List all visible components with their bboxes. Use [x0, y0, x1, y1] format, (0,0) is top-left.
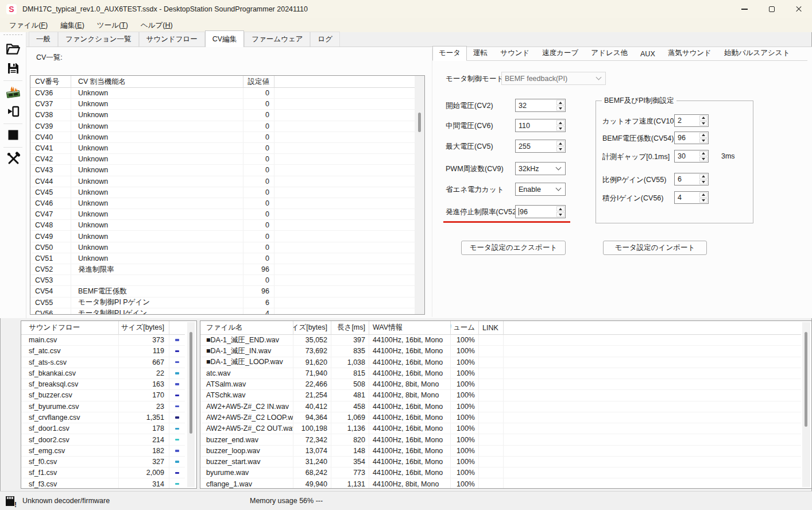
menu-item-help[interactable]: ヘルプ(H)	[134, 19, 179, 32]
scrollbar-thumb[interactable]	[805, 332, 807, 427]
table-row[interactable]: byurume.wav68,24277344100Hz, 16bit, Mono…	[200, 468, 801, 478]
table-row[interactable]: CV41Unknown0	[30, 143, 415, 154]
table-row[interactable]: sf_f3.csv314	[21, 478, 185, 489]
spin-up-button[interactable]	[556, 141, 564, 146]
open-file-button[interactable]	[3, 40, 24, 59]
maximize-button[interactable]	[758, 0, 785, 18]
spin-up-button[interactable]	[556, 206, 564, 211]
tab-firmware[interactable]: ファームウェア	[244, 32, 310, 47]
spin-up-button[interactable]	[699, 192, 707, 198]
menu-item-file[interactable]: ファイル(F)	[3, 19, 54, 32]
spinner-value[interactable]: 4	[675, 192, 699, 203]
table-row[interactable]: CV37Unknown0	[30, 99, 415, 110]
transfer-decoder-button[interactable]	[3, 103, 24, 121]
spin-up-button[interactable]	[699, 133, 707, 138]
table-row[interactable]: CV50Unknown0	[30, 242, 415, 253]
scrollbar-thumb[interactable]	[190, 332, 192, 434]
soundflow-scrollbar[interactable]	[187, 322, 195, 487]
spinner-value[interactable]: 32	[516, 99, 556, 111]
cv-value-header[interactable]: 設定値	[243, 76, 274, 88]
tab-general[interactable]: 一般	[29, 32, 58, 47]
spinner-value[interactable]: 2	[675, 115, 699, 126]
table-row[interactable]: ■DA-1_減圧_LOOP.wav91,6201,03844100Hz, 16b…	[200, 357, 801, 368]
table-row[interactable]: CV47Unknown0	[30, 209, 415, 220]
motor-tab-steam-sound[interactable]: 蒸気サウンド	[662, 46, 718, 60]
table-row[interactable]: CV46Unknown0	[30, 198, 415, 209]
motor-tab-drive[interactable]: 運転	[467, 46, 494, 60]
table-row[interactable]: sf_f0.csv327	[21, 457, 185, 468]
spin-down-button[interactable]	[699, 138, 707, 144]
cv-table-scrollbar[interactable]	[415, 76, 424, 314]
motor-field-select[interactable]: 32kHz	[515, 162, 566, 175]
table-row[interactable]: ATSchk.wav21,25448144100Hz, 8bit, Mono10…	[200, 390, 801, 401]
spin-up-button[interactable]	[556, 120, 564, 125]
table-row[interactable]: sf_door1.csv178	[21, 423, 185, 434]
spinner-value[interactable]: 6	[675, 173, 699, 185]
table-row[interactable]: ATSalm.wav22,46650844100Hz, 8bit, Mono10…	[200, 379, 801, 390]
bemf-field-spinner[interactable]: 30	[674, 150, 709, 163]
spin-down-button[interactable]	[556, 126, 564, 131]
motor-tab-sound[interactable]: サウンド	[494, 46, 536, 60]
spin-up-button[interactable]	[699, 151, 707, 156]
table-row[interactable]: CV49Unknown0	[30, 231, 415, 242]
spin-down-button[interactable]	[699, 157, 707, 162]
save-file-button[interactable]	[3, 60, 24, 78]
tab-log[interactable]: ログ	[310, 32, 340, 47]
spinner-value[interactable]: 110	[516, 119, 556, 132]
table-row[interactable]: sf_breaksql.csv163	[21, 379, 185, 390]
table-row[interactable]: CV51Unknown0	[30, 253, 415, 264]
table-row[interactable]: main.csv373	[21, 335, 185, 346]
motor-field-spinner[interactable]: 110	[515, 119, 566, 132]
table-row[interactable]: CV36Unknown0	[30, 88, 415, 99]
table-row[interactable]: CV39Unknown0	[30, 121, 415, 132]
soundflow-name-header[interactable]: サウンドフロー	[21, 321, 119, 335]
table-row[interactable]: sf_crvflange.csv1,351	[21, 412, 185, 423]
stop-button[interactable]	[3, 126, 24, 145]
menu-item-tools[interactable]: ツール(T)	[91, 19, 134, 32]
files-length-header[interactable]: 長さ[ms]	[331, 321, 369, 335]
motor-tab-speed-curve[interactable]: 速度カーブ	[536, 46, 585, 60]
motor-tab-address[interactable]: アドレス他	[585, 46, 634, 60]
close-button[interactable]	[785, 0, 812, 18]
soundflow-size-header[interactable]: サイズ[bytes]	[119, 321, 169, 335]
bemf-field-spinner[interactable]: 96	[674, 132, 709, 144]
spinner-value[interactable]: 255	[516, 140, 556, 152]
table-row[interactable]: sf_buzzer.csv170	[21, 390, 185, 401]
motor-field-spinner[interactable]: 96	[515, 205, 566, 218]
motor-tab-aux[interactable]: AUX	[634, 48, 662, 60]
minimize-button[interactable]	[731, 0, 758, 18]
table-row[interactable]: CV45Unknown0	[30, 187, 415, 198]
table-row[interactable]: sf_emg.csv182	[21, 446, 185, 457]
spin-down-button[interactable]	[699, 180, 707, 185]
files-size-header[interactable]: サイズ[bytes]	[293, 321, 331, 335]
spinner-value[interactable]: 30	[675, 150, 699, 162]
tab-function-list[interactable]: ファンクション一覧	[58, 32, 139, 47]
bemf-field-spinner[interactable]: 4	[674, 191, 709, 204]
spin-up-button[interactable]	[699, 115, 707, 121]
table-row[interactable]: CV38Unknown0	[30, 110, 415, 121]
spin-down-button[interactable]	[556, 106, 564, 111]
tab-cv-edit[interactable]: CV編集	[205, 30, 244, 47]
write-decoder-button[interactable]	[3, 83, 24, 102]
table-row[interactable]: AW2+AW5-Z#_C2 OUT.wav100,1981,13644100Hz…	[200, 423, 801, 434]
table-row[interactable]: CV55モータ制御PI Pゲイン6	[30, 298, 415, 308]
toolbar-gripper[interactable]	[3, 34, 23, 36]
table-row[interactable]: cflange_1.wav49,9401,13144100Hz, 8bit, M…	[200, 478, 801, 489]
table-row[interactable]: CV40Unknown0	[30, 132, 415, 143]
motor-import-button[interactable]: モータ設定のインポート	[603, 241, 707, 255]
files-scrollbar[interactable]	[802, 322, 810, 487]
table-row[interactable]: CV54BEMF電圧係数96	[30, 286, 415, 297]
table-row[interactable]: CV52発進制限率96	[30, 264, 415, 275]
table-row[interactable]: AW2+AW5-Z#_C2 LOOP.wav94,3641,06944100Hz…	[200, 412, 801, 423]
spin-down-button[interactable]	[699, 198, 707, 203]
menu-item-edit[interactable]: 編集(E)	[54, 19, 91, 32]
tab-sound-flow[interactable]: サウンドフロー	[139, 32, 205, 47]
spin-down-button[interactable]	[556, 212, 564, 217]
files-volume-header[interactable]: ボリューム	[451, 321, 479, 335]
cv-number-header[interactable]: CV番号	[30, 76, 71, 88]
spin-up-button[interactable]	[556, 100, 564, 105]
motor-export-button[interactable]: モータ設定のエクスポート	[461, 241, 566, 255]
tools-button[interactable]	[3, 150, 24, 168]
table-row[interactable]: CV48Unknown0	[30, 220, 415, 231]
table-row[interactable]: CV530	[30, 275, 415, 286]
